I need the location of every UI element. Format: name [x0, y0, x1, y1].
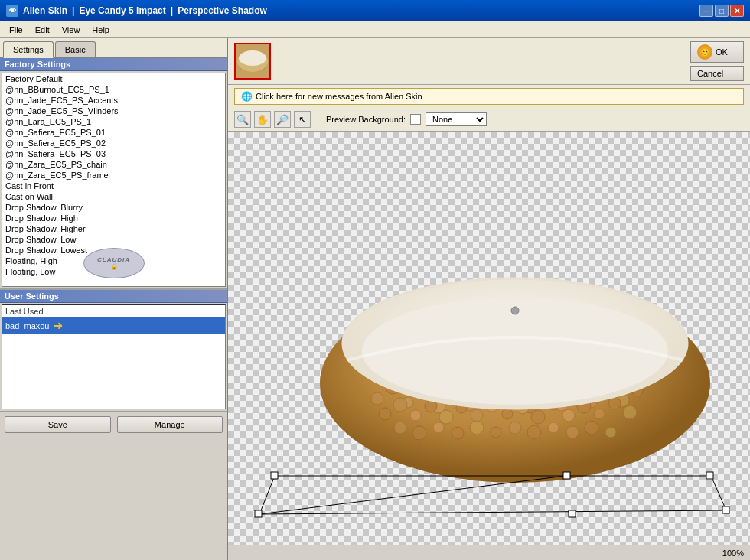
close-button[interactable]: ✕ [730, 5, 744, 17]
ok-icon: 😊 [697, 44, 712, 60]
list-item-4[interactable]: @nn_Lara_EC5_PS_1 [2, 116, 225, 127]
list-item-drop-higher[interactable]: Drop Shadow, Higher [2, 223, 225, 234]
list-item-drop-low[interactable]: Drop Shadow, Low [2, 234, 225, 245]
tab-basic[interactable]: Basic [55, 41, 96, 57]
list-item-6[interactable]: @nn_Safiera_EC5_PS_02 [2, 138, 225, 148]
status-bar: 100% [228, 545, 750, 560]
user-item-label: bad_maxou [5, 321, 50, 330]
factory-settings-label: Factory Settings [0, 58, 227, 71]
preview-bg-select[interactable]: None White Black Gray [426, 112, 487, 126]
svg-rect-66 [569, 510, 576, 517]
factory-settings-list[interactable]: Factory Default @nn_BBurnout_EC5_PS_1 @n… [2, 73, 226, 287]
svg-rect-62 [271, 472, 278, 479]
canvas-area [228, 132, 750, 545]
maximize-button[interactable]: □ [715, 5, 729, 17]
svg-point-3 [239, 50, 266, 66]
menu-file[interactable]: File [3, 24, 29, 36]
menu-view[interactable]: View [56, 24, 86, 36]
alert-icon: 🌐 [241, 91, 253, 102]
tool-icons-bar: 🔍 ✋ 🔎 ↖ Preview Background: None White B… [228, 108, 750, 132]
svg-line-61 [259, 476, 566, 514]
svg-point-55 [511, 307, 519, 314]
ok-cancel-area: 😊 OK Cancel [690, 41, 744, 81]
list-item-cast-on-wall[interactable]: Cast on Wall [2, 191, 225, 202]
zoom-tool[interactable]: 🔍 [234, 111, 251, 128]
zoom-level: 100% [722, 549, 744, 558]
preview-background-area: Preview Background: None White Black Gra… [326, 112, 487, 126]
user-settings-section: User Settings Last Used bad_maxou ➜ [0, 288, 227, 411]
title-bar: 👁 Alien Skin | Eye Candy 5 Impact | Pers… [0, 0, 750, 21]
user-settings-list[interactable]: Last Used bad_maxou ➜ [2, 304, 226, 409]
list-item-drop-blurry[interactable]: Drop Shadow, Blurry [2, 202, 225, 213]
watermark: CLAUDIA 🔒 [83, 248, 145, 278]
preview-thumbnail[interactable] [234, 43, 271, 80]
last-used-label: Last Used [2, 305, 225, 317]
svg-line-58 [259, 476, 275, 514]
ok-button[interactable]: 😊 OK [690, 41, 744, 63]
list-item-9[interactable]: @nn_Zara_EC5_PS_frame [2, 170, 225, 181]
main-content: Settings Basic Factory Settings Factory … [0, 38, 750, 560]
menu-bar: File Edit View Help [0, 21, 750, 38]
svg-rect-63 [563, 472, 570, 479]
manage-button[interactable]: Manage [117, 416, 223, 433]
svg-rect-67 [722, 506, 729, 513]
alert-bar[interactable]: 🌐 Click here for new messages from Alien… [234, 88, 744, 105]
preview-bg-label: Preview Background: [326, 115, 406, 124]
cancel-button[interactable]: Cancel [690, 66, 744, 81]
list-item-8[interactable]: @nn_Zara_EC5_PS_chain [2, 159, 225, 170]
list-item-2[interactable]: @nn_Jade_EC5_PS_Accents [2, 95, 225, 106]
list-item-drop-high[interactable]: Drop Shadow, High [2, 213, 225, 223]
list-item-1[interactable]: @nn_BBurnout_EC5_PS_1 [2, 84, 225, 95]
right-toolbar: 😊 OK Cancel [228, 38, 750, 85]
effect-name: Perspective Shadow [178, 5, 267, 16]
app-name: Alien Skin [23, 5, 67, 16]
list-item-5[interactable]: @nn_Safiera_EC5_PS_01 [2, 127, 225, 138]
user-settings-label: User Settings [0, 290, 227, 303]
list-item-cast-in-front[interactable]: Cast in Front [2, 181, 225, 191]
menu-help[interactable]: Help [86, 24, 116, 36]
shadow-control-lines [228, 392, 750, 545]
app-icon: 👁 [6, 5, 18, 17]
arrow-icon: ➜ [53, 318, 63, 333]
minimize-button[interactable]: ─ [699, 5, 713, 17]
window-controls: ─ □ ✕ [699, 5, 744, 17]
list-item-7[interactable]: @nn_Safiera_EC5_PS_03 [2, 148, 225, 159]
svg-line-59 [711, 476, 726, 510]
zoom-in-tool[interactable]: 🔎 [274, 111, 291, 128]
svg-rect-64 [706, 472, 713, 479]
tab-settings[interactable]: Settings [3, 41, 54, 58]
pan-tool[interactable]: ✋ [254, 111, 271, 128]
list-item-3[interactable]: @nn_Jade_EC5_PS_Vlinders [2, 106, 225, 116]
svg-rect-65 [255, 510, 262, 517]
bottom-buttons: Save Manage [0, 411, 227, 438]
right-panel: 😊 OK Cancel 🌐 Click here for new message… [228, 38, 750, 560]
alert-text: Click here for new messages from Alien S… [256, 92, 422, 101]
left-panel: Settings Basic Factory Settings Factory … [0, 38, 228, 560]
menu-edit[interactable]: Edit [29, 24, 56, 36]
select-tool[interactable]: ↖ [294, 111, 311, 128]
svg-line-60 [259, 510, 726, 514]
tab-bar: Settings Basic [0, 38, 227, 58]
title-text: 👁 Alien Skin | Eye Candy 5 Impact | Pers… [6, 5, 267, 17]
list-item-factory-default[interactable]: Factory Default [2, 73, 225, 84]
preview-bg-swatch [410, 114, 421, 125]
plugin-name: Eye Candy 5 Impact [79, 5, 165, 16]
save-button[interactable]: Save [5, 416, 111, 433]
user-item-bad-maxou[interactable]: bad_maxou ➜ [2, 317, 225, 334]
